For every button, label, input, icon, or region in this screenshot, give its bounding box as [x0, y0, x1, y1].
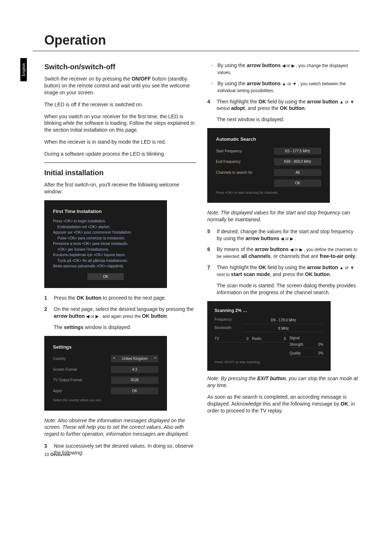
heading-switch: Switch-on/switch-off [44, 62, 196, 72]
step-2: 2 On the next page, select the desired l… [44, 306, 196, 320]
left-column: Switch-on/switch-off Switch the receiver… [44, 62, 196, 461]
step-6: 6 By means of the arrow buttons ◀ or ▶ ,… [207, 246, 359, 260]
screenshot-settings: Settings CountryUnited Kingdom Screen Fo… [44, 336, 167, 411]
first-time-title: First Time Installation [53, 208, 158, 215]
footer-section: Operation [50, 452, 70, 457]
page-number: 10 [44, 452, 49, 457]
screenshot-first-time: First Time Installation Press <OK> to be… [44, 200, 167, 288]
section-divider [44, 163, 196, 163]
step-7: 7 Then highlight the OK field by using t… [207, 264, 359, 278]
final-paragraph: As soon as the search is completed, an a… [207, 394, 359, 414]
next-window-text: The next window is displayed: [217, 116, 359, 123]
scan-start-text: The scan mode is started. The screen dia… [217, 282, 359, 296]
switch-p1: Switch the receiver on by pressing the O… [44, 75, 196, 96]
first-time-ok: OK [87, 273, 124, 280]
right-column: - By using the arrow buttons ◀ or ▶ , yo… [207, 62, 359, 461]
switch-p4: When the reciever is in stand-by mode th… [44, 139, 196, 145]
auto-search-title: Automatic Search [216, 136, 321, 143]
settings-title: Settings [53, 344, 158, 350]
scanning-title: Scanning 2% … [215, 308, 323, 313]
step-1: 1 Press the OK button to proceed to the … [44, 295, 196, 301]
initial-p1: After the first switch-on, you'll receiv… [44, 181, 196, 195]
step-5: 5 If desired, change the values for the … [207, 228, 359, 242]
sub-bullet-2: - By using the arrow buttons ▲ or ▼ , yo… [212, 80, 359, 94]
switch-p3: When you switch on your receiver for the… [44, 113, 196, 134]
note-1: Note: Also observe the information messa… [44, 417, 196, 438]
note-2: Note: The displayed values for the start… [207, 209, 359, 223]
switch-p2: The LED is off if the receiver is switch… [44, 101, 196, 108]
heading-initial: Initial installation [44, 168, 196, 178]
title-rule [33, 51, 359, 51]
sub-bullet-1: - By using the arrow buttons ◀ or ▶ , yo… [212, 62, 359, 76]
footer: 10 Operation [44, 452, 70, 457]
screenshot-scanning: Scanning 2% … FrequencyD9 - 178.0 MHz Ba… [207, 301, 331, 371]
language-tab: English [20, 58, 27, 81]
page-title: Operation [44, 33, 359, 48]
screenshot-auto-search: Automatic Search Start FrequencyK5 - 177… [207, 128, 330, 203]
switch-p5: During a software update process the LED… [44, 151, 196, 157]
step-4: 4 Then highlight the OK field by using t… [207, 98, 359, 112]
settings-intro: The settings window is displayed: [54, 324, 196, 331]
note-3: Note: By pressing the EXIT button, you c… [207, 375, 359, 389]
